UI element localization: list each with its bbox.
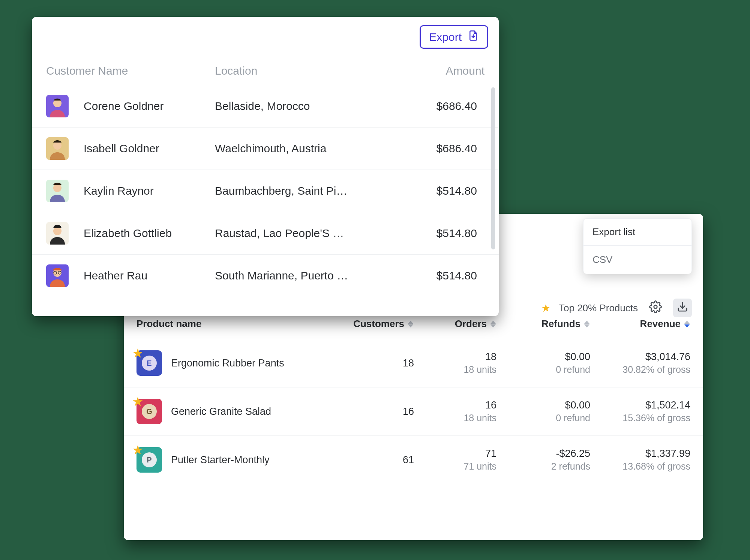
- product-orders-sub: 71 units: [414, 461, 496, 472]
- customers-table-header: Customer Name Location Amount: [32, 53, 499, 85]
- product-refunds: -$26.25: [496, 448, 590, 459]
- customer-name: Heather Rau: [84, 269, 215, 282]
- star-icon: ★: [133, 347, 143, 360]
- customer-name: Isabell Goldner: [84, 142, 215, 155]
- product-revenue: $3,014.76: [590, 351, 690, 363]
- sort-icon: [490, 320, 496, 328]
- customer-location: Bellaside, Morocco: [215, 100, 402, 113]
- customers-panel: Export Customer Name Location Amount Co: [32, 17, 499, 316]
- product-thumbnail-letter: G: [142, 404, 157, 419]
- product-revenue-sub: 13.68% of gross: [590, 461, 690, 472]
- sort-icon: [584, 320, 590, 328]
- customer-location: Baumbachberg, Saint Pi…: [215, 185, 402, 197]
- column-header-amount[interactable]: Amount: [402, 65, 484, 77]
- product-thumbnail: ★ G: [136, 399, 162, 424]
- svg-point-5: [53, 184, 62, 192]
- customer-name: Kaylin Raynor: [84, 185, 215, 197]
- column-header-customers[interactable]: Customers: [332, 318, 414, 330]
- sort-icon: [684, 320, 690, 328]
- product-refunds-sub: 0 refund: [496, 413, 590, 423]
- table-row[interactable]: Elizabeth Gottlieb Raustad, Lao People'S…: [32, 212, 499, 255]
- product-customers: 18: [332, 357, 414, 369]
- column-header-orders[interactable]: Orders: [414, 318, 496, 330]
- avatar: [46, 264, 69, 287]
- product-name: Generic Granite Salad: [171, 406, 271, 417]
- table-row[interactable]: Kaylin Raynor Baumbachberg, Saint Pi… $5…: [32, 170, 499, 212]
- product-revenue-sub: 30.82% of gross: [590, 364, 690, 375]
- product-thumbnail: ★ E: [136, 350, 162, 376]
- product-refunds: $0.00: [496, 351, 590, 363]
- product-refunds-sub: 2 refunds: [496, 461, 590, 472]
- column-header-customer-name[interactable]: Customer Name: [46, 65, 215, 77]
- customer-amount: $686.40: [402, 100, 484, 113]
- products-filter-label: Top 20% Products: [559, 302, 638, 314]
- product-customers: 61: [332, 454, 414, 466]
- column-header-revenue[interactable]: Revenue: [590, 318, 690, 330]
- product-orders: 16: [414, 399, 496, 411]
- customer-amount: $514.80: [402, 227, 484, 240]
- product-orders-sub: 18 units: [414, 413, 496, 423]
- table-row[interactable]: ★ G Generic Granite Salad 16 16 18 units…: [124, 387, 703, 436]
- product-revenue-sub: 15.36% of gross: [590, 413, 690, 423]
- avatar: [46, 180, 69, 202]
- table-row[interactable]: Isabell Goldner Waelchimouth, Austria $6…: [32, 128, 499, 170]
- svg-point-3: [53, 141, 62, 150]
- customer-location: Waelchimouth, Austria: [215, 142, 402, 155]
- export-csv-option[interactable]: CSV: [584, 246, 692, 274]
- table-row[interactable]: Heather Rau South Marianne, Puerto … $51…: [32, 255, 499, 297]
- customer-name: Elizabeth Gottlieb: [84, 227, 215, 240]
- customers-table-body: Corene Goldner Bellaside, Morocco $686.4…: [32, 85, 499, 297]
- table-row[interactable]: ★ P Putler Starter-Monthly 61 71 71 unit…: [124, 436, 703, 484]
- svg-point-12: [654, 305, 657, 308]
- customer-location: South Marianne, Puerto …: [215, 269, 402, 282]
- product-orders: 71: [414, 448, 496, 459]
- products-toolbar: ★ Top 20% Products: [541, 299, 692, 317]
- gear-icon: [649, 300, 662, 316]
- customer-name: Corene Goldner: [84, 100, 215, 113]
- scrollbar[interactable]: [491, 87, 495, 249]
- product-refunds-sub: 0 refund: [496, 364, 590, 375]
- star-icon: ★: [133, 395, 143, 408]
- export-popover-title: Export list: [584, 219, 692, 246]
- product-customers: 16: [332, 406, 414, 417]
- settings-button[interactable]: [646, 299, 665, 317]
- avatar: [46, 222, 69, 245]
- product-orders-sub: 18 units: [414, 364, 496, 375]
- svg-point-7: [53, 227, 62, 235]
- column-header-location[interactable]: Location: [215, 65, 402, 77]
- download-icon: [677, 301, 688, 315]
- export-button[interactable]: Export: [420, 25, 488, 49]
- column-header-product-name[interactable]: Product name: [136, 318, 332, 330]
- star-icon: ★: [133, 443, 143, 456]
- product-name: Ergonomic Rubber Pants: [171, 357, 284, 369]
- export-popover: Export list CSV: [583, 218, 692, 274]
- product-revenue: $1,502.14: [590, 399, 690, 411]
- sort-icon: [408, 320, 414, 328]
- product-thumbnail-letter: E: [142, 356, 157, 371]
- table-row[interactable]: Corene Goldner Bellaside, Morocco $686.4…: [32, 85, 499, 128]
- download-file-icon: [468, 30, 479, 44]
- customer-amount: $514.80: [402, 185, 484, 197]
- product-revenue: $1,337.99: [590, 448, 690, 459]
- product-thumbnail-letter: P: [142, 452, 157, 467]
- product-orders: 18: [414, 351, 496, 363]
- download-button[interactable]: [673, 299, 692, 317]
- avatar: [46, 137, 69, 160]
- product-name: Putler Starter-Monthly: [171, 454, 270, 466]
- customer-location: Raustad, Lao People'S …: [215, 227, 402, 240]
- column-header-refunds[interactable]: Refunds: [496, 318, 590, 330]
- customer-amount: $514.80: [402, 269, 484, 282]
- star-icon: ★: [541, 302, 550, 314]
- product-thumbnail: ★ P: [136, 447, 162, 473]
- table-row[interactable]: ★ E Ergonomic Rubber Pants 18 18 18 unit…: [124, 339, 703, 387]
- product-refunds: $0.00: [496, 399, 590, 411]
- avatar: [46, 95, 69, 117]
- export-button-label: Export: [429, 31, 462, 44]
- customer-amount: $686.40: [402, 142, 484, 155]
